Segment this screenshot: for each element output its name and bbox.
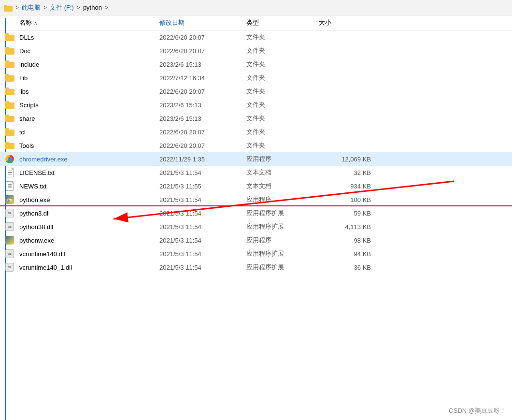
col-date-header[interactable]: 修改日期 [159, 18, 246, 27]
file-icon-cell: Py [0, 195, 19, 204]
file-type: 应用程序扩展 [246, 209, 319, 217]
dll-icon: DL [5, 209, 14, 217]
file-type: 文件夹 [246, 60, 319, 69]
list-item[interactable]: LICENSE.txt2021/5/3 11:54文本文档32 KB [0, 166, 512, 179]
folder-icon [5, 47, 14, 55]
breadcrumb-sep-1: > [15, 4, 19, 11]
list-item[interactable]: chromedriver.exe2022/11/29 1:35应用程序12,06… [0, 152, 512, 166]
file-icon-cell [0, 181, 19, 191]
file-size: 98 KB [319, 237, 377, 244]
file-name: python3.dll [19, 210, 159, 217]
breadcrumb-item-computer[interactable]: 此电脑 [22, 3, 41, 12]
list-item[interactable]: Doc2022/6/20 20:07文件夹 [0, 44, 512, 58]
file-date: 2022/6/20 20:07 [159, 34, 246, 41]
file-date: 2023/2/6 15:13 [159, 101, 246, 109]
breadcrumb-item-python[interactable]: python [83, 4, 102, 11]
file-name: vcruntime140.dll [19, 250, 159, 258]
list-item[interactable]: DLpython38.dll2021/5/3 11:54应用程序扩展4,113 … [0, 220, 512, 233]
col-name-header[interactable]: 名称 ∧ [0, 18, 159, 27]
folder-icon [5, 60, 14, 68]
folder-icon [5, 115, 14, 122]
file-type: 文本文档 [246, 168, 319, 177]
svg-rect-1 [4, 5, 7, 7]
dll-icon: DL [5, 222, 14, 231]
file-name: LICENSE.txt [19, 169, 159, 176]
file-name: Scripts [19, 101, 159, 109]
file-name: python38.dll [19, 223, 159, 231]
file-date: 2022/6/20 20:07 [159, 129, 246, 136]
file-name: include [19, 61, 159, 68]
file-size: 94 KB [319, 250, 377, 258]
col-type-header[interactable]: 类型 [246, 18, 319, 27]
file-icon-cell [0, 168, 19, 177]
breadcrumb-bar: > 此电脑 > 文件 (F:) > python > [0, 0, 512, 15]
file-icon-cell [0, 115, 19, 122]
list-item[interactable]: include2023/2/6 15:13文件夹 [0, 58, 512, 71]
breadcrumb-item-drive[interactable]: 文件 (F:) [50, 3, 74, 12]
txt-icon [6, 168, 14, 177]
file-icon-cell [0, 155, 19, 163]
file-size: 36 KB [319, 264, 377, 271]
file-size: 4,113 KB [319, 223, 377, 231]
file-name: tcl [19, 129, 159, 136]
file-date: 2022/6/20 20:07 [159, 142, 246, 149]
main-content: 名称 ∧ 修改日期 类型 大小 DLLs2022/6/20 20:07文件夹Do… [0, 15, 512, 420]
file-name: Doc [19, 47, 159, 55]
file-date: 2021/5/3 11:54 [159, 264, 246, 271]
folder-icon [5, 33, 14, 41]
column-header-row: 名称 ∧ 修改日期 类型 大小 [0, 15, 512, 30]
list-item[interactable]: DLLs2022/6/20 20:07文件夹 [0, 30, 512, 44]
list-item[interactable]: Pypython.exe2021/5/3 11:54应用程序100 KB [0, 193, 512, 206]
file-date: 2022/6/20 20:07 [159, 88, 246, 95]
file-icon-cell [0, 236, 19, 245]
dll-icon: DL [5, 249, 14, 258]
sort-arrow: ∧ [34, 20, 37, 26]
file-size: 100 KB [319, 196, 377, 203]
list-item[interactable]: Scripts2023/2/6 15:13文件夹 [0, 98, 512, 112]
list-item[interactable]: share2023/2/6 15:13文件夹 [0, 112, 512, 125]
list-item[interactable]: Lib2022/7/12 16:34文件夹 [0, 71, 512, 85]
file-date: 2021/5/3 11:54 [159, 250, 246, 258]
file-size: 59 KB [319, 210, 377, 217]
list-item[interactable]: tcl2022/6/20 20:07文件夹 [0, 125, 512, 139]
pythonw-icon [5, 236, 14, 245]
chrome-icon [5, 155, 14, 163]
list-item[interactable]: DLpython3.dll2021/5/3 11:54应用程序扩展59 KB [0, 206, 512, 220]
file-date: 2021/5/3 11:54 [159, 223, 246, 231]
file-type: 文本文档 [246, 182, 319, 190]
file-type: 应用程序扩展 [246, 263, 319, 272]
file-date: 2022/6/20 20:07 [159, 47, 246, 55]
file-name: NEWS.txt [19, 183, 159, 190]
python-icon: Py [5, 195, 14, 204]
file-name: Tools [19, 142, 159, 149]
file-type: 应用程序 [246, 155, 319, 163]
file-name: DLLs [19, 34, 159, 41]
file-date: 2023/2/6 15:13 [159, 61, 246, 68]
file-name: python.exe [19, 196, 159, 203]
file-size: 934 KB [319, 183, 377, 190]
file-type: 文件夹 [246, 101, 319, 109]
breadcrumb-sep-3: > [77, 4, 80, 11]
file-type: 文件夹 [246, 33, 319, 42]
file-type: 应用程序 [246, 195, 319, 204]
file-icon-cell [0, 60, 19, 68]
file-icon-cell: DL [0, 263, 19, 272]
file-size: 12,069 KB [319, 156, 377, 163]
file-icon-cell [0, 87, 19, 95]
list-item[interactable]: DLvcruntime140.dll2021/5/3 11:54应用程序扩展94… [0, 247, 512, 261]
col-size-header[interactable]: 大小 [319, 18, 377, 27]
list-item[interactable]: libs2022/6/20 20:07文件夹 [0, 85, 512, 98]
file-icon-cell [0, 128, 19, 136]
list-item[interactable]: pythonw.exe2021/5/3 11:54应用程序98 KB [0, 233, 512, 247]
folder-icon [5, 142, 14, 149]
file-name: Lib [19, 74, 159, 82]
file-icon-cell [0, 47, 19, 55]
list-item[interactable]: NEWS.txt2021/5/3 11:55文本文档934 KB [0, 179, 512, 193]
list-item[interactable]: DLvcruntime140_1.dll2021/5/3 11:54应用程序扩展… [0, 261, 512, 274]
file-type: 文件夹 [246, 141, 319, 150]
breadcrumb-sep-4: > [105, 4, 108, 11]
list-item[interactable]: Tools2022/6/20 20:07文件夹 [0, 139, 512, 152]
file-type: 文件夹 [246, 128, 319, 136]
file-type: 文件夹 [246, 73, 319, 82]
file-date: 2022/11/29 1:35 [159, 156, 246, 163]
